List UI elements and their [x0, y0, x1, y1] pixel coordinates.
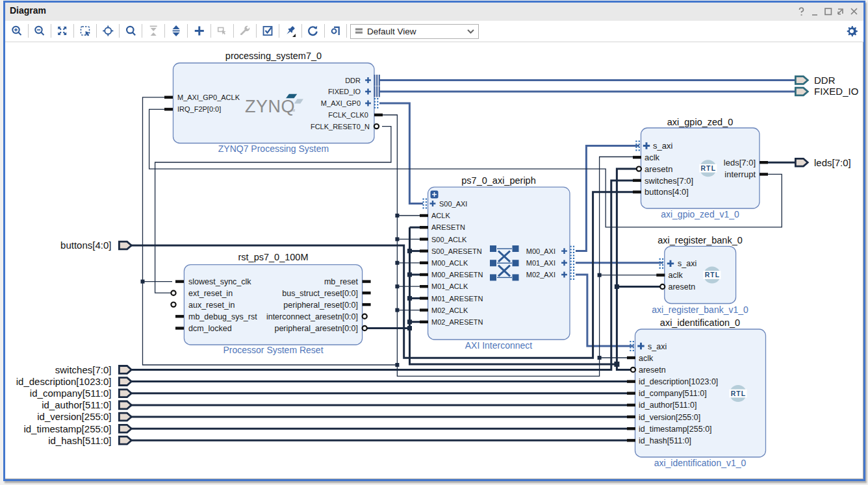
svg-text:axi_register_bank_v1_0: axi_register_bank_v1_0	[652, 305, 748, 315]
svg-text:aclk: aclk	[639, 354, 654, 363]
svg-text:id_timestamp[255:0]: id_timestamp[255:0]	[639, 425, 712, 434]
svg-text:buttons[4:0]: buttons[4:0]	[60, 240, 111, 251]
svg-text:ARESETN: ARESETN	[431, 223, 465, 231]
svg-text:M_AXI_GP0_ACLK: M_AXI_GP0_ACLK	[177, 93, 240, 101]
svg-text:aresetn: aresetn	[645, 164, 672, 174]
svg-text:id_company[511:0]: id_company[511:0]	[639, 389, 707, 398]
svg-text:M02_AXI: M02_AXI	[526, 271, 555, 279]
svg-text:mb_reset: mb_reset	[324, 277, 359, 286]
svg-text:buttons[4:0]: buttons[4:0]	[645, 187, 689, 197]
svg-text:id_author[511:0]: id_author[511:0]	[639, 401, 696, 410]
svg-text:TM: TM	[291, 109, 296, 112]
svg-text:id_version[255:0]: id_version[255:0]	[37, 411, 111, 422]
svg-text:rst_ps7_0_100M: rst_ps7_0_100M	[238, 252, 308, 262]
svg-text:leds[7:0]: leds[7:0]	[814, 157, 851, 168]
svg-text:M01_ACLK: M01_ACLK	[431, 282, 468, 290]
svg-text:M01_AXI: M01_AXI	[526, 259, 555, 267]
svg-text:aux_reset_in: aux_reset_in	[188, 301, 235, 310]
svg-text:slowest_sync_clk: slowest_sync_clk	[188, 277, 251, 286]
svg-text:M01_ARESETN: M01_ARESETN	[431, 295, 483, 303]
svg-text:M00_AXI: M00_AXI	[526, 247, 555, 255]
svg-text:processing_system7_0: processing_system7_0	[225, 51, 322, 61]
svg-text:M02_ACLK: M02_ACLK	[431, 306, 468, 314]
svg-text:M02_ARESETN: M02_ARESETN	[431, 318, 483, 326]
svg-text:FCLK_RESET0_N: FCLK_RESET0_N	[311, 123, 370, 131]
svg-text:M_AXI_GP0: M_AXI_GP0	[321, 99, 361, 107]
svg-text:S00_ACLK: S00_ACLK	[431, 236, 467, 243]
svg-text:peripheral_reset[0:0]: peripheral_reset[0:0]	[283, 301, 358, 310]
svg-text:aresetn: aresetn	[669, 282, 696, 292]
svg-text:switches[7:0]: switches[7:0]	[55, 364, 112, 375]
svg-text:s_axi: s_axi	[653, 141, 672, 151]
svg-text:s_axi: s_axi	[678, 259, 696, 268]
svg-text:ZYNQ7 Processing System: ZYNQ7 Processing System	[218, 143, 329, 154]
svg-text:dcm_locked: dcm_locked	[188, 324, 232, 333]
svg-text:aclk: aclk	[669, 271, 683, 280]
svg-text:FIXED_IO: FIXED_IO	[328, 88, 361, 95]
svg-text:peripheral_aresetn[0:0]: peripheral_aresetn[0:0]	[274, 324, 358, 333]
svg-text:interrupt: interrupt	[724, 169, 756, 179]
svg-text:aresetn: aresetn	[639, 366, 666, 375]
svg-text:id_author[511:0]: id_author[511:0]	[42, 399, 111, 410]
svg-text:ps7_0_axi_periph: ps7_0_axi_periph	[461, 175, 535, 186]
svg-text:axi_register_bank_0: axi_register_bank_0	[657, 235, 743, 245]
svg-text:id_hash[511:0]: id_hash[511:0]	[48, 435, 111, 446]
svg-text:id_description[1023:0]: id_description[1023:0]	[16, 376, 112, 387]
svg-text:leds[7:0]: leds[7:0]	[724, 158, 756, 168]
svg-text:id_company[511:0]: id_company[511:0]	[30, 388, 112, 399]
svg-text:id_hash[511:0]: id_hash[511:0]	[639, 436, 691, 445]
svg-text:ZYNQ: ZYNQ	[245, 97, 295, 116]
svg-text:mb_debug_sys_rst: mb_debug_sys_rst	[188, 312, 257, 321]
svg-text:axi_gpio_zed_0: axi_gpio_zed_0	[667, 117, 734, 127]
svg-text:AXI Interconnect: AXI Interconnect	[465, 340, 533, 351]
svg-text:ext_reset_in: ext_reset_in	[188, 289, 233, 298]
svg-text:FIXED_IO: FIXED_IO	[814, 86, 858, 97]
svg-text:S00_ARESETN: S00_ARESETN	[431, 247, 482, 255]
svg-text:FCLK_CLK0: FCLK_CLK0	[328, 111, 368, 119]
svg-text:axi_identification_v1_0: axi_identification_v1_0	[654, 458, 747, 468]
svg-text:Processor System Reset: Processor System Reset	[223, 345, 323, 355]
svg-text:M00_ACLK: M00_ACLK	[431, 259, 468, 267]
svg-text:interconnect_aresetn[0:0]: interconnect_aresetn[0:0]	[266, 312, 358, 321]
svg-text:switches[7:0]: switches[7:0]	[645, 176, 693, 186]
svg-text:id_timestamp[255:0]: id_timestamp[255:0]	[23, 423, 111, 434]
svg-text:axi_gpio_zed_v1_0: axi_gpio_zed_v1_0	[661, 209, 739, 219]
svg-text:s_axi: s_axi	[648, 342, 667, 351]
svg-text:id_description[1023:0]: id_description[1023:0]	[639, 377, 718, 386]
svg-text:id_version[255:0]: id_version[255:0]	[639, 413, 700, 422]
svg-text:S00_AXI: S00_AXI	[439, 200, 467, 208]
svg-text:ACLK: ACLK	[431, 212, 450, 219]
svg-text:M00_ARESETN: M00_ARESETN	[431, 271, 483, 279]
svg-text:aclk: aclk	[645, 153, 660, 162]
svg-text:IRQ_F2P[0:0]: IRQ_F2P[0:0]	[177, 105, 221, 113]
svg-text:bus_struct_reset[0:0]: bus_struct_reset[0:0]	[282, 289, 358, 298]
svg-text:DDR: DDR	[814, 75, 836, 86]
svg-text:DDR: DDR	[345, 77, 361, 84]
svg-text:axi_identification_0: axi_identification_0	[660, 317, 740, 328]
